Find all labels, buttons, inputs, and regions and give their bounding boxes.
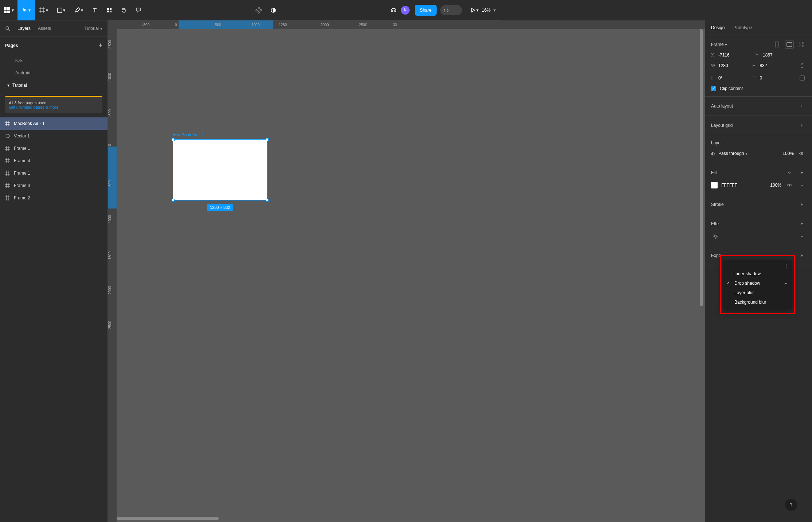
topbar: ▾ ▾ ▾ ▾ ▾ N Share ▾ 16%▾ [0, 0, 500, 20]
svg-rect-11 [107, 11, 109, 12]
zoom-level[interactable]: 16% [482, 8, 491, 13]
layer-item[interactable]: Frame 1 [0, 167, 108, 179]
avatar-initial: N [404, 8, 406, 12]
upgrade-banner: All 3 free pages used. Get unlimited pag… [5, 96, 102, 113]
upgrade-link[interactable]: Get unlimited pages & more [9, 105, 58, 109]
svg-point-18 [6, 27, 9, 30]
layer-name: Frame 4 [14, 158, 30, 163]
svg-rect-0 [4, 7, 7, 10]
file-name[interactable]: Tutorial ▾ [84, 26, 102, 31]
chevron-down-icon: ▾ [7, 83, 9, 88]
audio-icon[interactable] [386, 0, 401, 20]
page-item[interactable]: iOS [0, 54, 108, 67]
text-tool[interactable] [87, 0, 102, 20]
layer-item[interactable]: Frame 2 [0, 192, 108, 204]
selected-frame[interactable]: MacBook Air - 1 [173, 139, 268, 200]
svg-rect-9 [107, 8, 109, 10]
layer-item[interactable]: MacBook Air - 1 [0, 117, 108, 130]
layer-item[interactable]: Frame 1 [0, 142, 108, 155]
frame-icon [5, 171, 10, 176]
add-page-button[interactable]: + [98, 42, 102, 49]
svg-rect-16 [260, 9, 262, 11]
plugin-icon[interactable] [251, 0, 266, 20]
frame-icon [5, 121, 10, 126]
frame-icon [5, 183, 10, 188]
ruler-corner [108, 20, 117, 29]
frame-tool[interactable]: ▾ [35, 0, 52, 20]
svg-rect-8 [58, 8, 62, 12]
canvas[interactable]: -5000500100012802000250030 -1500-1000-50… [108, 20, 500, 322]
layer-name: MacBook Air - 1 [14, 121, 45, 126]
chevron-down-icon: ▾ [100, 26, 102, 31]
svg-rect-12 [110, 11, 112, 12]
svg-point-24 [6, 134, 9, 138]
layer-item[interactable]: Vector 1 [0, 130, 108, 142]
svg-line-19 [8, 29, 10, 31]
svg-rect-14 [258, 11, 260, 13]
layer-name: Frame 1 [14, 146, 30, 151]
pen-tool[interactable]: ▾ [70, 0, 87, 20]
ruler-horizontal: -5000500100012802000250030 [117, 20, 500, 29]
left-panel: Layers Assets Tutorial ▾ Pages + iOSAndr… [0, 20, 108, 322]
layer-name: Vector 1 [14, 133, 30, 139]
svg-rect-10 [110, 8, 112, 10]
layer-name: Frame 3 [14, 183, 30, 188]
frame-icon [5, 158, 10, 163]
vector-icon [5, 133, 10, 139]
avatar[interactable]: N [401, 6, 410, 15]
dev-mode-toggle[interactable] [440, 5, 462, 15]
frame-icon [5, 146, 10, 151]
assets-tab[interactable]: Assets [38, 26, 51, 31]
layer-item[interactable]: Frame 3 [0, 179, 108, 192]
menu-button[interactable]: ▾ [0, 0, 17, 20]
page-item[interactable]: ▾Tutorial [0, 79, 108, 91]
present-button[interactable]: ▾ [467, 0, 482, 20]
pages-label: Pages [5, 43, 18, 48]
code-icon [442, 6, 450, 15]
svg-rect-3 [7, 11, 10, 13]
frame-label[interactable]: MacBook Air - 1 [173, 132, 204, 137]
search-icon[interactable] [5, 26, 10, 31]
svg-rect-2 [4, 11, 7, 13]
shape-tool[interactable]: ▾ [52, 0, 70, 20]
page-item[interactable]: Android [0, 67, 108, 79]
hand-tool[interactable] [117, 0, 131, 20]
upgrade-text: All 3 free pages used. [9, 101, 99, 105]
dark-mode-icon[interactable] [266, 0, 281, 20]
comment-tool[interactable] [131, 0, 146, 20]
svg-rect-1 [7, 7, 10, 10]
layer-item[interactable]: Frame 4 [0, 155, 108, 167]
svg-rect-13 [258, 7, 260, 9]
layers-tab[interactable]: Layers [17, 26, 31, 31]
frame-icon [5, 195, 10, 200]
svg-rect-15 [255, 9, 258, 11]
dimensions-badge: 1280 × 832 [207, 204, 233, 211]
layer-name: Frame 2 [14, 195, 30, 200]
move-tool[interactable]: ▾ [17, 0, 35, 20]
ruler-vertical: -1500-1000-50005001000150020002500 [108, 29, 117, 322]
layer-name: Frame 1 [14, 171, 30, 176]
chevron-down-icon[interactable]: ▾ [493, 8, 496, 13]
share-button[interactable]: Share [415, 5, 437, 16]
resources-tool[interactable] [102, 0, 117, 20]
